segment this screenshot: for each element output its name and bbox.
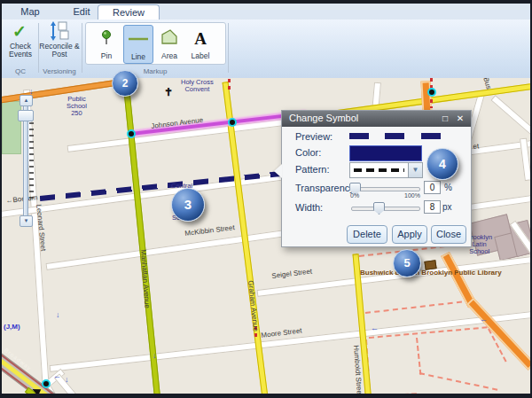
pattern-dropdown[interactable] [349,162,410,178]
label-holy-cross-convent: Holy Cross Convent [181,79,214,93]
one-way-arrow: ← [371,324,379,332]
label-subway-jm: (J,M) [4,323,20,331]
one-way-arrow: ↓ [153,351,157,360]
close-button[interactable]: Close [431,225,466,244]
callout-badge-4: 4 [426,148,458,180]
markup-pin-button[interactable]: Pin [92,25,121,62]
transparency-input[interactable]: 0 [424,181,441,194]
chevron-down-icon[interactable]: ▼ [408,162,423,178]
road-bushwick-avenue [466,298,530,371]
markup-label-button[interactable]: A Label [186,25,215,62]
label-manhattan-avenue: Manhattan Avenue [139,249,152,308]
group-separator [228,23,229,73]
group-separator [82,23,82,73]
transparency-label: Transparency: [295,183,357,193]
tab-review[interactable]: Review [98,4,160,20]
area-label: Area [155,51,184,60]
one-way-arrow: ↓ [65,375,69,384]
parcel-outline [371,393,417,394]
transparency-unit: % [444,183,452,192]
label-seigel-street: Seigel Street [271,267,313,280]
pattern-label: Pattern: [295,164,330,175]
preview-label: Preview: [295,131,332,142]
junction-node[interactable] [42,379,51,388]
parcel-outline [416,338,421,375]
line-icon [124,30,153,48]
zoom-out-button[interactable]: ▼ [20,215,33,227]
line-label: Line [124,52,153,61]
delete-button[interactable]: Delete [347,225,387,244]
group-label-qc: QC [4,67,37,75]
width-unit: px [442,202,452,212]
reconcile-post-label: Reconcile & Post [39,43,80,59]
close-icon[interactable]: ✕ [454,112,466,125]
label-public-school-250: Public School 250 [66,96,87,117]
road-side-street [490,95,530,140]
label-graham-avenue: Graham Avenue [246,280,260,332]
transparency-min-label: 0% [350,192,359,199]
map-viewport[interactable]: ▲ ▼ Change Symbol □ ✕ Preview: Color: [2,78,530,394]
apply-button[interactable]: Apply [392,225,427,244]
callout-badge-3: 3 [171,188,205,222]
width-slider-track[interactable] [351,207,420,211]
one-way-arrow: ← [53,371,61,380]
zoom-slider-ticks [29,122,34,202]
one-way-arrow: ↓ [56,310,60,319]
application-window: Map Edit Review ✓ Check Events QC Reconc… [0,0,532,398]
ribbon-toolbar: ✓ Check Events QC Reconcile & Post Versi… [2,20,530,79]
park-area [2,101,21,154]
preview-line-dash [349,133,369,139]
width-label: Width: [295,202,323,213]
color-swatch[interactable] [349,145,422,161]
transparency-max-label: 100% [404,192,420,199]
group-label-versioning: Versioning [39,67,80,75]
maximize-icon[interactable]: □ [439,112,451,125]
one-way-arrow: ← [480,315,488,324]
label-label: Label [186,51,215,60]
callout-badge-2: 2 [112,70,138,97]
callout-badge-5: 5 [393,249,421,277]
ribbon-tab-bar: Map Edit Review [2,4,530,20]
check-icon: ✓ [12,21,27,42]
markup-area-button[interactable]: Area [155,25,184,62]
pin-label: Pin [92,51,121,60]
dialog-title-bar[interactable]: Change Symbol □ ✕ [282,111,471,127]
pattern-preview-dash [354,168,404,172]
label-mckibbin-street: McKibbin Street [184,223,235,238]
width-slider-thumb[interactable] [373,202,385,215]
color-label: Color: [295,147,321,158]
zoom-slider-thumb[interactable] [18,110,34,121]
parcel-outline [419,372,497,391]
junction-node[interactable] [228,118,237,127]
transparency-slider-track[interactable] [351,187,420,191]
preview-line-dash [421,133,441,139]
label-bushwick-library: Bushwick Branch Brooklyn Public Library [360,269,502,277]
map-canvas: ▲ ▼ Change Symbol □ ✕ Preview: Color: [2,78,530,394]
junction-node[interactable] [427,88,436,97]
check-events-label: Check Events [4,43,37,59]
width-input[interactable]: 8 [424,200,441,214]
dialog-title: Change Symbol [289,113,358,123]
junction-node[interactable] [127,129,136,138]
route-marker [228,79,231,90]
pin-icon [92,29,121,47]
markup-button-panel: Pin Line Area A Label [85,22,226,65]
markup-line-button[interactable]: Line [123,25,153,64]
label-boerum-street-east: et [473,142,480,151]
label-a-icon: A [186,29,215,47]
road-moore-street [50,310,530,372]
dialog-callout-tail [274,164,282,178]
parcel-outline [365,300,471,314]
preview-line-dash [385,133,404,139]
tab-edit[interactable]: Edit [64,4,99,20]
tab-map[interactable]: Map [12,4,48,20]
holy-cross-icon: ✝ [164,86,173,98]
label-bushwick-avenue: Bus [481,78,492,90]
area-icon [155,29,184,47]
zoom-slider-track[interactable] [23,105,28,217]
